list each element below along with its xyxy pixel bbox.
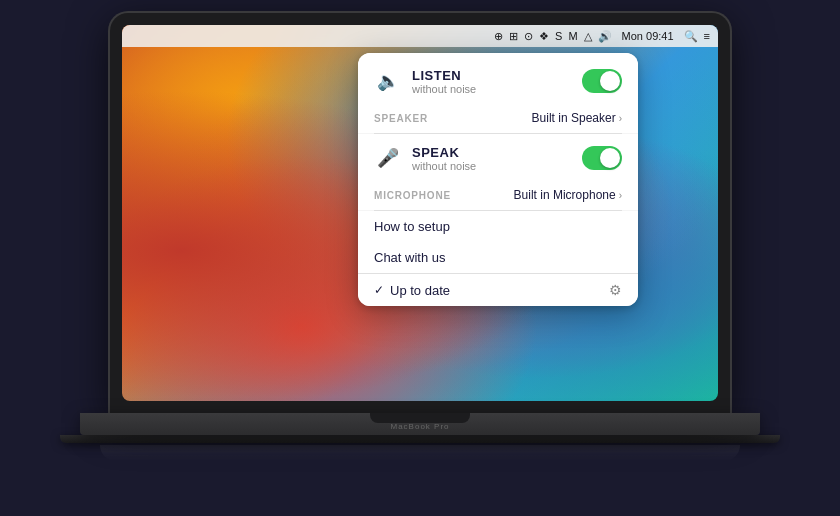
microphone-value-text: Built in Microphone <box>514 188 616 202</box>
speaker-chevron-icon: › <box>619 113 622 124</box>
laptop-brand: MacBook Pro <box>390 422 449 431</box>
listen-row: 🔈 LISTEN without noise <box>358 53 638 103</box>
speaker-row: SPEAKER Built in Speaker › <box>358 103 638 133</box>
menubar-icon-1: ⊕ <box>494 30 503 43</box>
menubar-icons: ⊕ ⊞ ⊙ ❖ S M △ 🔊 Mon 09:41 🔍 ≡ <box>494 30 710 43</box>
speak-title-block: SPEAK without noise <box>412 145 476 172</box>
listen-title-block: LISTEN without noise <box>412 68 476 95</box>
microphone-chevron-icon: › <box>619 190 622 201</box>
laptop-base: MacBook Pro <box>80 413 760 435</box>
menubar-icon-6: M <box>568 30 577 42</box>
speaker-value-button[interactable]: Built in Speaker › <box>532 111 622 125</box>
menubar-icon-5: S <box>555 30 562 42</box>
menubar-icon-2: ⊞ <box>509 30 518 43</box>
checkmark-icon: ✓ <box>374 283 384 297</box>
speak-row: 🎤 SPEAK without noise <box>358 134 638 180</box>
up-to-date-text: Up to date <box>390 283 450 298</box>
volume-icon: 🔊 <box>598 30 612 43</box>
chat-with-us-label: Chat with us <box>374 250 446 265</box>
chat-with-us-item[interactable]: Chat with us <box>358 242 638 273</box>
screen-inner: ⊕ ⊞ ⊙ ❖ S M △ 🔊 Mon 09:41 🔍 ≡ <box>122 25 718 401</box>
how-to-setup-label: How to setup <box>374 219 450 234</box>
menubar: ⊕ ⊞ ⊙ ❖ S M △ 🔊 Mon 09:41 🔍 ≡ <box>122 25 718 47</box>
microphone-label: MICROPHONE <box>374 190 451 201</box>
menubar-icon-4: ❖ <box>539 30 549 43</box>
microphone-row: MICROPHONE Built in Microphone › <box>358 180 638 210</box>
footer-status: ✓ Up to date <box>374 283 450 298</box>
speak-toggle[interactable] <box>582 146 622 170</box>
popup-menu: 🔈 LISTEN without noise SPEAKER Built in … <box>358 53 638 306</box>
listen-toggle[interactable] <box>582 69 622 93</box>
menubar-icon-7: △ <box>584 30 592 43</box>
laptop-feet <box>60 435 780 443</box>
listen-left: 🔈 LISTEN without noise <box>374 67 476 95</box>
speak-subtitle: without noise <box>412 160 476 172</box>
laptop-wrapper: ⊕ ⊞ ⊙ ❖ S M △ 🔊 Mon 09:41 🔍 ≡ <box>60 13 780 503</box>
listen-subtitle: without noise <box>412 83 476 95</box>
microphone-icon: 🎤 <box>374 144 402 172</box>
speaker-value-text: Built in Speaker <box>532 111 616 125</box>
laptop-reflection <box>100 445 740 461</box>
speak-title: SPEAK <box>412 145 476 160</box>
speaker-icon: 🔈 <box>374 67 402 95</box>
speak-left: 🎤 SPEAK without noise <box>374 144 476 172</box>
laptop-screen: ⊕ ⊞ ⊙ ❖ S M △ 🔊 Mon 09:41 🔍 ≡ <box>110 13 730 413</box>
search-icon[interactable]: 🔍 <box>684 30 698 43</box>
menu-icon[interactable]: ≡ <box>704 30 710 42</box>
menubar-time: Mon 09:41 <box>622 30 674 42</box>
listen-title: LISTEN <box>412 68 476 83</box>
microphone-value-button[interactable]: Built in Microphone › <box>514 188 622 202</box>
speaker-label: SPEAKER <box>374 113 428 124</box>
popup-footer: ✓ Up to date ⚙ <box>358 273 638 306</box>
settings-gear-icon[interactable]: ⚙ <box>609 282 622 298</box>
how-to-setup-item[interactable]: How to setup <box>358 211 638 242</box>
menubar-icon-3: ⊙ <box>524 30 533 43</box>
